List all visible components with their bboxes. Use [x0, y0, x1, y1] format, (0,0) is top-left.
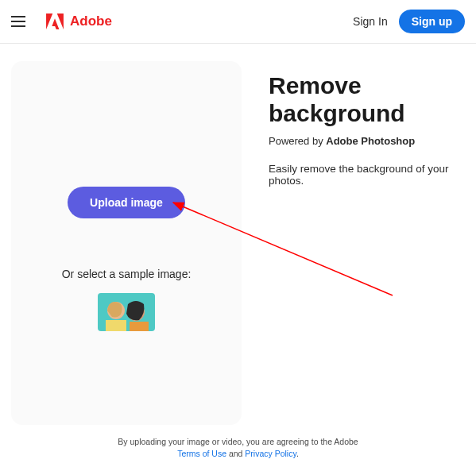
hero-column: Remove background Powered by Adobe Photo…	[269, 61, 465, 425]
sample-prompt-text: Or select a sample image:	[62, 268, 192, 280]
signup-button[interactable]: Sign up	[399, 10, 465, 33]
powered-by-text: Powered by Adobe Photoshop	[269, 135, 465, 147]
hero-description: Easily remove the background of your pho…	[269, 163, 465, 187]
main-content: Upload image Or select a sample image: R…	[0, 44, 476, 431]
legal-footer: By uploading your image or video, you ar…	[0, 436, 476, 459]
brand-logo[interactable]: Adobe	[46, 14, 112, 29]
powered-prefix: Powered by	[269, 135, 326, 147]
privacy-link[interactable]: Privacy Policy	[245, 449, 296, 458]
adobe-logo-icon	[46, 14, 64, 29]
brand-name: Adobe	[70, 14, 112, 29]
upload-panel: Upload image Or select a sample image:	[11, 61, 242, 425]
signin-link[interactable]: Sign In	[353, 15, 388, 28]
legal-prefix: By uploading your image or video, you ar…	[118, 437, 358, 446]
header-right: Sign In Sign up	[353, 10, 465, 33]
powered-strong: Adobe Photoshop	[326, 135, 415, 147]
terms-link[interactable]: Terms of Use	[177, 449, 226, 458]
legal-suffix: .	[296, 449, 299, 458]
svg-rect-4	[130, 322, 149, 331]
svg-rect-3	[106, 320, 126, 331]
upload-image-button[interactable]: Upload image	[68, 187, 185, 218]
top-header: Adobe Sign In Sign up	[0, 0, 476, 44]
page-title: Remove background	[269, 72, 465, 127]
legal-and: and	[226, 449, 245, 458]
sample-image-thumbnail[interactable]	[98, 293, 155, 331]
hamburger-menu-icon[interactable]	[11, 16, 25, 27]
header-left: Adobe	[11, 14, 112, 29]
